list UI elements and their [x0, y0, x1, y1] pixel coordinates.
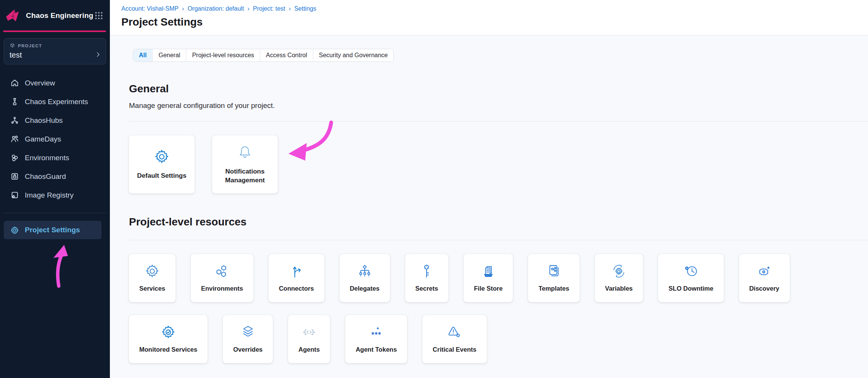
tab-security-governance[interactable]: Security and Governance	[313, 49, 394, 61]
section-divider	[129, 240, 868, 240]
card-file-store[interactable]: File Store	[464, 254, 513, 302]
card-default-settings[interactable]: Default Settings	[129, 135, 195, 193]
card-overrides[interactable]: Overrides	[223, 315, 273, 363]
project-selector[interactable]: PROJECT test	[4, 38, 106, 64]
hub-icon	[10, 116, 19, 125]
main-area: Account: Vishal-SMP › Organization: defa…	[110, 0, 868, 378]
card-label: Variables	[605, 284, 633, 293]
card-slo-downtime[interactable]: SLO Downtime	[658, 254, 723, 302]
card-secrets[interactable]: Secrets	[405, 254, 449, 302]
card-label: Discovery	[749, 284, 779, 293]
gear-icon	[153, 148, 170, 165]
section-title: General	[129, 82, 868, 95]
card-label: Templates	[538, 284, 569, 293]
sidebar-item-gamedays[interactable]: GameDays	[0, 130, 110, 148]
breadcrumb-project[interactable]: Project: test	[253, 5, 285, 12]
app-window: Chaos Engineering PROJECT test Overview …	[0, 0, 868, 378]
card-services[interactable]: Services	[129, 254, 176, 302]
code-tag-icon	[301, 324, 317, 340]
sidebar-divider	[3, 213, 106, 213]
sidebar-item-chaoshubs[interactable]: ChaosHubs	[0, 111, 110, 130]
card-label: Default Settings	[137, 172, 187, 180]
breadcrumb: Account: Vishal-SMP › Organization: defa…	[121, 5, 868, 13]
sidebar-item-label: GameDays	[25, 135, 61, 143]
project-name: test	[10, 51, 100, 60]
people-icon	[10, 135, 19, 143]
gear-icon	[144, 263, 160, 279]
tab-general[interactable]: General	[153, 49, 186, 61]
card-connectors[interactable]: Connectors	[269, 254, 324, 302]
layers-icon	[240, 324, 256, 340]
bell-icon	[237, 144, 253, 161]
card-label: Secrets	[415, 284, 438, 293]
key-icon	[419, 263, 435, 279]
card-label: File Store	[474, 284, 502, 293]
gear-check-icon	[160, 324, 176, 340]
card-label: Agents	[298, 345, 320, 354]
tab-all[interactable]: All	[133, 49, 153, 61]
sidebar-item-chaosguard[interactable]: ChaosGuard	[0, 167, 110, 186]
sidebar-item-image-registry[interactable]: Image Registry	[0, 186, 110, 204]
breadcrumb-account[interactable]: Account: Vishal-SMP	[121, 5, 179, 12]
circles-icon	[10, 153, 19, 162]
card-agent-tokens[interactable]: Agent Tokens	[345, 315, 407, 363]
card-label: Services	[139, 284, 165, 293]
card-label: Environments	[201, 284, 243, 293]
breadcrumb-organization[interactable]: Organization: default	[188, 5, 244, 12]
branch-arrows-icon	[288, 263, 304, 279]
asterisks-icon	[368, 324, 384, 340]
card-label: SLO Downtime	[668, 284, 713, 293]
card-monitored-services[interactable]: Monitored Services	[129, 315, 208, 363]
project-label-row: PROJECT	[10, 43, 100, 48]
sidebar-item-label: Overview	[25, 79, 55, 87]
lock-icon	[10, 172, 19, 181]
breadcrumb-settings[interactable]: Settings	[294, 5, 316, 12]
chevron-right-icon	[95, 51, 101, 58]
general-cards: Default Settings Notifications Managemen…	[129, 135, 868, 193]
card-variables[interactable]: Variables	[595, 254, 643, 302]
resource-cards-row2: Monitored Services Overrides Agents Agen…	[129, 315, 868, 363]
sidebar-item-environments[interactable]: Environments	[0, 148, 110, 167]
card-critical-events[interactable]: Critical Events	[422, 315, 487, 363]
section-divider	[129, 121, 868, 122]
card-environments[interactable]: Environments	[191, 254, 253, 302]
org-chart-icon	[357, 263, 373, 279]
section-project-resources: Project-level resources Services Environ…	[129, 216, 868, 363]
breadcrumb-separator: ›	[288, 5, 291, 13]
registry-icon	[10, 191, 19, 199]
files-icon	[480, 263, 496, 279]
sidebar-item-label: Environments	[25, 154, 69, 162]
tab-project-level-resources[interactable]: Project-level resources	[186, 49, 260, 61]
card-delegates[interactable]: Delegates	[340, 254, 390, 302]
sidebar-item-chaos-experiments[interactable]: Chaos Experiments	[0, 92, 110, 111]
sidebar-item-overview[interactable]: Overview	[0, 74, 110, 92]
tab-access-control[interactable]: Access Control	[260, 49, 313, 61]
breadcrumb-separator: ›	[182, 5, 184, 13]
card-templates[interactable]: Templates	[528, 254, 579, 302]
annotation-arrow-up	[45, 243, 76, 288]
sidebar-item-project-settings[interactable]: Project Settings	[4, 221, 101, 239]
card-agents[interactable]: Agents	[288, 315, 330, 363]
card-notifications-management[interactable]: Notifications Management	[212, 135, 278, 193]
brand-accent-divider	[3, 31, 106, 32]
section-general: General Manage general configuration of …	[129, 82, 868, 193]
card-discovery[interactable]: Discovery	[739, 254, 790, 302]
apps-grid-icon[interactable]	[94, 11, 104, 21]
project-label: PROJECT	[18, 43, 42, 48]
template-pages-icon	[546, 263, 562, 279]
hexagons-icon	[214, 263, 230, 279]
card-label: Agent Tokens	[356, 345, 397, 354]
filter-tabs: All General Project-level resources Acce…	[133, 49, 394, 62]
card-label: Overrides	[233, 345, 262, 354]
home-icon	[10, 79, 19, 87]
sidebar-item-label: ChaosGuard	[25, 172, 66, 181]
sidebar-item-label: Project Settings	[25, 226, 80, 234]
section-description: Manage general configuration of your pro…	[129, 101, 868, 110]
hexagon-gear-icon	[756, 263, 772, 279]
card-label: Notifications Management	[220, 167, 270, 185]
warning-gear-icon	[446, 324, 462, 340]
page-title: Project Settings	[121, 16, 868, 28]
card-label: Critical Events	[433, 345, 477, 354]
cube-icon	[10, 43, 15, 48]
gear-refresh-icon	[611, 263, 627, 279]
